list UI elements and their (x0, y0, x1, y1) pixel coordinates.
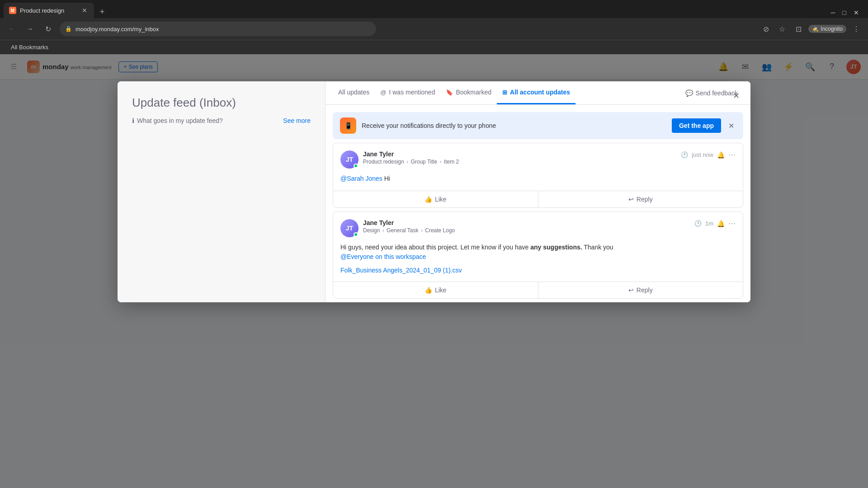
breadcrumb-1: Product redesign › Group Title › Item 2 (363, 159, 676, 165)
more-options-icon-2[interactable]: ⋯ (728, 219, 736, 228)
breadcrumb-arrow-2: › (439, 159, 443, 165)
mention-sarah[interactable]: @Sarah Jones (340, 175, 382, 182)
like-button-2[interactable]: 👍 Like (333, 282, 538, 298)
tab-all-account[interactable]: ⊞ All account updates (497, 81, 576, 104)
update-card-1: JT Jane Tyler Product redesign › Group T… (333, 143, 743, 208)
update-card-1-body: JT Jane Tyler Product redesign › Group T… (333, 143, 743, 191)
lock-icon: 🔒 (65, 26, 72, 32)
incognito-icon: 🕵 (812, 26, 819, 32)
breadcrumb-2: Design › General Task › Create Logo (363, 227, 690, 234)
browser-menu-button[interactable]: ⋮ (850, 23, 863, 35)
more-options-icon-1[interactable]: ⋯ (728, 150, 736, 159)
update-actions-2: 👍 Like ↩ Reply (333, 282, 743, 298)
update-meta-2: Jane Tyler Design › General Task › Creat… (363, 219, 690, 234)
time-label-2: 1m (705, 220, 713, 227)
window-controls: ─ □ ✕ (831, 9, 864, 18)
browser-tab[interactable]: M Product redesign ✕ (4, 3, 94, 18)
update-actions-1: 👍 Like ↩ Reply (333, 191, 743, 207)
refresh-button[interactable]: ↻ (42, 23, 54, 35)
maximize-button[interactable]: □ (843, 9, 846, 16)
new-tab-button[interactable]: + (96, 5, 108, 18)
bookmarks-bar-item[interactable]: All Bookmarks (7, 43, 52, 52)
incognito-badge: 🕵 Incognito (808, 25, 846, 33)
thumbs-up-icon-2: 👍 (425, 286, 432, 294)
see-more-link[interactable]: See more (283, 117, 311, 124)
url-text: moodjoy.monday.com/my_inbox (75, 26, 159, 33)
like-button-1[interactable]: 👍 Like (333, 191, 538, 207)
file-link[interactable]: Folk_Business Angels_2024_01_09 (1).csv (340, 267, 462, 274)
tab-all-updates[interactable]: All updates (333, 81, 375, 104)
close-window-button[interactable]: ✕ (854, 9, 859, 16)
update-message-1: @Sarah Jones Hi (340, 174, 736, 183)
breadcrumb-arrow-4: › (421, 227, 424, 234)
update-header-1: JT Jane Tyler Product redesign › Group T… (340, 150, 736, 169)
username-1: Jane Tyler (363, 150, 676, 158)
modal-content: All updates @ I was mentioned 🔖 Bookmark… (326, 81, 750, 302)
reply-icon-1: ↩ (628, 196, 634, 203)
minimize-button[interactable]: ─ (831, 9, 835, 16)
bookmark-tab-icon: 🔖 (446, 89, 453, 96)
reply-button-1[interactable]: ↩ Reply (538, 191, 743, 207)
file-attachment: Folk_Business Angels_2024_01_09 (1).csv (340, 266, 736, 274)
modal-overlay: Update feed (Inbox) ℹ What goes in my up… (0, 54, 868, 488)
back-button[interactable]: ← (5, 23, 18, 35)
notify-bell-icon-2[interactable]: 🔔 (717, 220, 725, 227)
get-app-button[interactable]: Get the app (672, 118, 721, 133)
modal-sidebar: Update feed (Inbox) ℹ What goes in my up… (118, 81, 326, 302)
clock-icon-2: 🕐 (694, 220, 702, 227)
bookmark-star-icon[interactable]: ☆ (776, 23, 788, 35)
update-card-2-body: JT Jane Tyler Design › General Task › Cr… (333, 212, 743, 282)
side-panel-icon[interactable]: ⊡ (792, 23, 805, 35)
breadcrumb-arrow-3: › (382, 227, 386, 234)
update-message-2: Hi guys, need your idea about this proje… (340, 243, 736, 262)
phone-app-icon: 📱 (340, 117, 356, 134)
forward-button[interactable]: → (24, 23, 36, 35)
update-header-2: JT Jane Tyler Design › General Task › Cr… (340, 219, 736, 237)
modal-close-button[interactable]: ✕ (729, 89, 743, 103)
account-icon: ⊞ (502, 89, 507, 96)
time-area-2: 🕐 1m 🔔 ⋯ (694, 219, 736, 228)
tab-title: Product redesign (20, 7, 77, 14)
notify-bell-icon-1[interactable]: 🔔 (717, 151, 725, 159)
tab-mentioned[interactable]: @ I was mentioned (375, 81, 440, 104)
clock-icon-1: 🕐 (681, 151, 688, 158)
no-camera-icon: ⊘ (760, 23, 772, 35)
tabs-bar: All updates @ I was mentioned 🔖 Bookmark… (326, 81, 750, 105)
address-bar[interactable]: 🔒 moodjoy.monday.com/my_inbox (60, 22, 376, 36)
tab-close-button[interactable]: ✕ (80, 6, 89, 14)
info-row: ℹ What goes in my update feed? See more (132, 117, 311, 124)
reply-icon-2: ↩ (628, 286, 634, 294)
at-icon: @ (380, 89, 386, 96)
info-circle-icon: ℹ (132, 117, 134, 124)
update-feed-modal: Update feed (Inbox) ℹ What goes in my up… (118, 81, 750, 302)
online-indicator (354, 164, 358, 168)
modal-title: Update feed (Inbox) (132, 96, 311, 110)
banner-text: Receive your notifications directly to y… (362, 122, 666, 129)
tab-favicon: M (9, 7, 16, 14)
update-card-2: JT Jane Tyler Design › General Task › Cr… (333, 211, 743, 299)
reply-button-2[interactable]: ↩ Reply (538, 282, 743, 298)
feedback-icon: 💬 (685, 89, 693, 97)
thumbs-up-icon-1: 👍 (425, 196, 432, 203)
time-area-1: 🕐 just now 🔔 ⋯ (681, 150, 736, 159)
banner-close-button[interactable]: ✕ (726, 120, 736, 132)
tab-bookmarked[interactable]: 🔖 Bookmarked (440, 81, 497, 104)
breadcrumb-arrow: › (406, 159, 410, 165)
online-indicator-2 (354, 232, 358, 237)
user-avatar-card-1: JT (340, 150, 359, 169)
update-meta-1: Jane Tyler Product redesign › Group Titl… (363, 150, 676, 165)
user-avatar-card-2: JT (340, 219, 359, 237)
mention-everyone[interactable]: @Everyone on this workspace (340, 253, 426, 260)
time-label-1: just now (692, 151, 713, 158)
notification-banner: 📱 Receive your notifications directly to… (333, 112, 743, 139)
username-2: Jane Tyler (363, 219, 690, 226)
